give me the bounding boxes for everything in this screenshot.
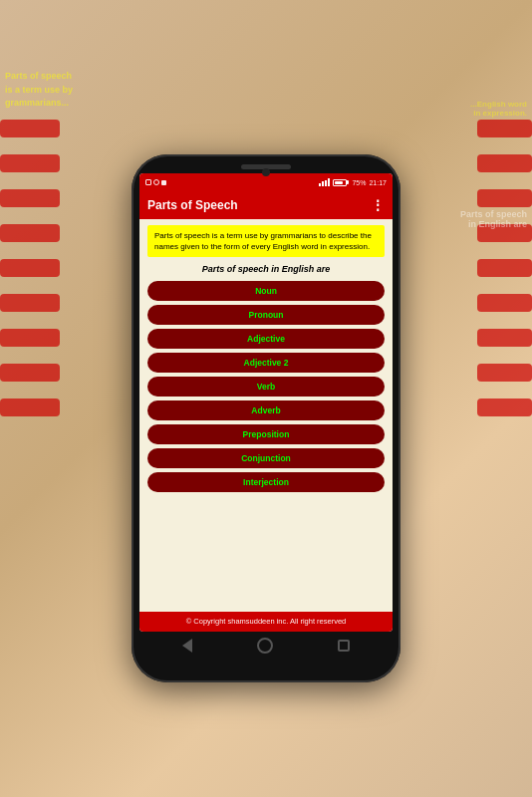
notification-icon2: [153, 179, 159, 185]
signal-indicator: [319, 178, 330, 186]
status-icons: [145, 179, 166, 185]
notification-icon3: [161, 180, 166, 185]
copyright-text: © Copyright shamsuddeen inc. All right r…: [147, 617, 385, 628]
interjection-button[interactable]: Interjection: [147, 472, 385, 492]
preposition-button[interactable]: Preposition: [147, 424, 385, 444]
home-nav-button[interactable]: [257, 638, 273, 654]
section-subtitle: Parts of speech in English are: [147, 264, 385, 274]
verb-button[interactable]: Verb: [147, 377, 385, 397]
system-nav-bar: [139, 636, 393, 656]
battery-indicator: [333, 179, 349, 186]
intro-box: Parts of speech is a term use by grammar…: [147, 225, 385, 257]
conjunction-button[interactable]: Conjunction: [147, 448, 385, 468]
recents-nav-button[interactable]: [338, 640, 350, 652]
adverb-button[interactable]: Adverb: [147, 400, 385, 420]
noun-button[interactable]: Noun: [147, 281, 385, 301]
phone-screen: 75% 21:17 Parts of Speech ⋮ Parts of spe…: [139, 173, 393, 632]
front-camera: [262, 168, 270, 176]
signal-bar-1: [319, 183, 321, 186]
pronoun-button[interactable]: Pronoun: [147, 305, 385, 325]
battery-percentage: 75%: [352, 179, 366, 186]
adjective-button[interactable]: Adjective: [147, 329, 385, 349]
footer: © Copyright shamsuddeen inc. All right r…: [139, 612, 393, 633]
signal-bar-3: [325, 180, 327, 186]
signal-bar-2: [322, 181, 324, 186]
back-nav-button[interactable]: [182, 639, 192, 653]
parts-of-speech-list: Noun Pronoun Adjective Adjective 2 Verb …: [147, 281, 385, 492]
intro-text: Parts of speech is a term use by grammar…: [154, 230, 378, 252]
status-right: 75% 21:17: [319, 178, 387, 186]
app-title: Parts of Speech: [147, 198, 238, 212]
adjective2-button[interactable]: Adjective 2: [147, 353, 385, 373]
menu-button[interactable]: ⋮: [371, 197, 385, 213]
time-display: 21:17: [369, 179, 387, 186]
notification-icon: [145, 179, 151, 185]
app-toolbar: Parts of Speech ⋮: [139, 191, 393, 219]
phone-device: 75% 21:17 Parts of Speech ⋮ Parts of spe…: [132, 154, 400, 682]
main-content: Parts of speech is a term use by grammar…: [139, 219, 393, 612]
signal-bar-4: [328, 178, 330, 186]
